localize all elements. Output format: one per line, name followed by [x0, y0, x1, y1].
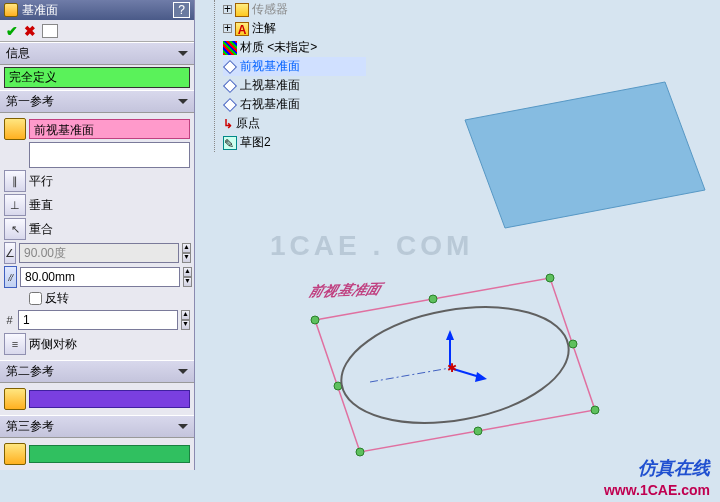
- plane-title-icon: [4, 3, 18, 17]
- angle-button[interactable]: ∠: [4, 242, 16, 264]
- parallel-button[interactable]: ∥: [4, 170, 26, 192]
- ok-button[interactable]: ✔: [6, 23, 18, 39]
- distance-input[interactable]: [20, 267, 180, 287]
- ref2-selection[interactable]: [29, 390, 190, 408]
- section-ref2[interactable]: 第二参考: [0, 360, 194, 383]
- svg-point-4: [429, 295, 437, 303]
- selection-icon: [4, 118, 26, 140]
- svg-line-8: [370, 368, 450, 382]
- angle-input: [19, 243, 179, 263]
- section-ref1[interactable]: 第一参考: [0, 90, 194, 113]
- count-icon: #: [4, 309, 15, 331]
- plane-label-3d: 前视基准面: [307, 281, 384, 301]
- chevron-down-icon: [178, 51, 188, 61]
- svg-text:✱: ✱: [447, 361, 457, 375]
- count-input[interactable]: [18, 310, 178, 330]
- svg-marker-12: [475, 372, 487, 382]
- svg-marker-10: [446, 330, 454, 340]
- svg-point-6: [474, 427, 482, 435]
- help-button[interactable]: ?: [173, 2, 190, 18]
- confirm-bar: ✔ ✖: [0, 20, 194, 42]
- ref3-selection[interactable]: [29, 445, 190, 463]
- coincident-button[interactable]: ↖: [4, 218, 26, 240]
- ref2-icon: [4, 388, 26, 410]
- count-spinner[interactable]: ▲▼: [181, 310, 190, 330]
- midplane-button[interactable]: ≡: [4, 333, 26, 355]
- distance-button[interactable]: ⫽: [4, 266, 17, 288]
- chevron-down-icon: [178, 424, 188, 434]
- angle-spinner: ▲▼: [182, 243, 191, 263]
- chevron-down-icon: [178, 99, 188, 109]
- distance-spinner[interactable]: ▲▼: [183, 267, 192, 287]
- ref1-selection[interactable]: 前视基准面: [29, 119, 190, 139]
- watermark-center: 1CAE . COM: [270, 230, 473, 262]
- cancel-button[interactable]: ✖: [24, 23, 36, 39]
- section-info[interactable]: 信息: [0, 42, 194, 65]
- section-ref3[interactable]: 第三参考: [0, 415, 194, 438]
- svg-point-2: [591, 406, 599, 414]
- offset-plane: [465, 82, 705, 228]
- svg-point-1: [546, 274, 554, 282]
- chevron-down-icon: [178, 369, 188, 379]
- ref1-body: 前视基准面 ∥平行 ⊥垂直 ↖重合 ∠ ▲▼ ⫽ ▲▼ 反转 # ▲▼ ≡两侧对…: [0, 113, 194, 360]
- status-field: 完全定义: [4, 67, 190, 88]
- svg-point-3: [356, 448, 364, 456]
- property-manager: 基准面 ? ✔ ✖ 信息 完全定义 第一参考 前视基准面 ∥平行 ⊥垂直 ↖重合…: [0, 0, 195, 470]
- ref3-icon: [4, 443, 26, 465]
- ref1-selection-box[interactable]: [29, 142, 190, 168]
- svg-point-5: [569, 340, 577, 348]
- pm-title: 基准面: [22, 2, 58, 19]
- watermark-url: www.1CAE.com: [604, 482, 710, 498]
- svg-point-0: [311, 316, 319, 324]
- perpendicular-button[interactable]: ⊥: [4, 194, 26, 216]
- watermark-brand: 仿真在线: [638, 456, 710, 480]
- origin-triad: ✱: [446, 330, 487, 382]
- flip-checkbox[interactable]: [29, 292, 42, 305]
- pm-titlebar: 基准面 ?: [0, 0, 194, 20]
- pin-button[interactable]: [42, 24, 58, 38]
